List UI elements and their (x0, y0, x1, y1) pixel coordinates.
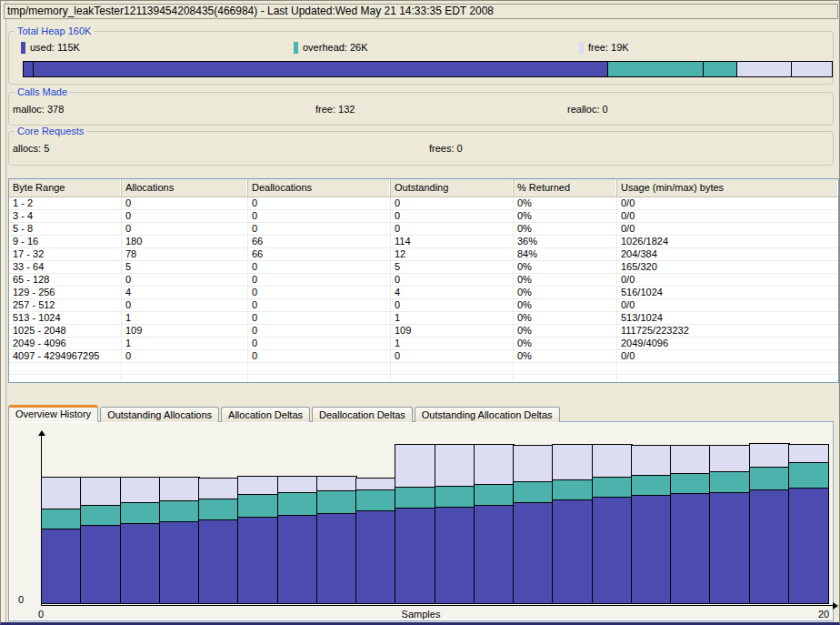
legend-item-free: free: 19K (579, 41, 629, 54)
table-cell: 33 - 64 (9, 261, 122, 273)
column-header-3[interactable]: Outstanding (391, 179, 514, 197)
table-cell: 0 (248, 325, 391, 337)
free-segment (237, 476, 278, 495)
table-cell: 66 (248, 236, 391, 247)
table-cell: 0 (248, 350, 391, 362)
free-segment (80, 477, 121, 506)
sample-bar-14 (552, 444, 593, 604)
column-header-5[interactable]: Usage (min/max) bytes (617, 179, 838, 197)
table-cell (248, 363, 391, 374)
table-cell: 0% (514, 210, 617, 222)
table-row[interactable]: 129 - 2564040%516/1024 (9, 287, 838, 299)
sample-bar-2 (80, 477, 121, 604)
free-segment (355, 478, 396, 490)
legend-item-used: used: 115K (21, 41, 80, 54)
free-segment (277, 476, 318, 493)
overhead-segment (80, 505, 121, 526)
table-cell: 0% (514, 299, 617, 311)
used-segment (355, 510, 396, 604)
table-cell: 0 (248, 197, 391, 209)
sample-bar-7 (277, 476, 318, 604)
used-segment (80, 525, 121, 604)
table-cell: 17 - 32 (9, 248, 122, 260)
free-segment (592, 444, 633, 478)
free-segment (474, 444, 515, 485)
tab-outstanding-allocation-deltas[interactable]: Outstanding Allocation Deltas (415, 407, 560, 422)
table-row[interactable]: 1 - 20000%0/0 (9, 197, 838, 210)
table-cell: 0 (248, 287, 391, 298)
free-color-chip-icon (579, 42, 584, 54)
table-cell: 0 (122, 223, 248, 235)
table-cell: 12 (391, 248, 514, 260)
column-header-4[interactable]: % Returned (514, 179, 617, 197)
sample-bar-18 (709, 445, 750, 604)
heap-segment-used-1 (34, 62, 608, 76)
used-segment (316, 513, 357, 604)
table-row[interactable]: 4097 - 42949672950000%0/0 (9, 350, 838, 363)
overhead-segment (513, 481, 554, 503)
tab-outstanding-allocations[interactable]: Outstanding Allocations (100, 407, 219, 422)
table-cell (9, 363, 122, 374)
overhead-segment (355, 489, 396, 511)
free-segment (198, 478, 239, 499)
table-cell: 0% (514, 261, 617, 273)
table-cell (617, 363, 838, 374)
column-header-0[interactable]: Byte Range (9, 179, 122, 197)
table-cell: 1026/1824 (617, 236, 838, 247)
sample-bar-12 (474, 444, 515, 604)
byte-range-table: Byte RangeAllocationsDeallocationsOutsta… (8, 178, 839, 383)
table-cell: 2049/4096 (617, 338, 838, 349)
free-segment (395, 444, 435, 488)
table-cell: 0% (514, 223, 617, 235)
free-segment (435, 444, 475, 487)
table-cell: 0% (514, 274, 617, 286)
used-segment (159, 521, 200, 604)
tab-deallocation-deltas[interactable]: Deallocation Deltas (312, 407, 413, 422)
table-cell (617, 375, 838, 383)
tab-overview-history[interactable]: Overview History (8, 405, 98, 422)
table-cell: 4 (122, 287, 248, 298)
used-segment (198, 519, 239, 604)
table-row[interactable]: 1025 - 204810901090%111725/223232 (9, 325, 838, 338)
core-requests-stat-1: frees: 0 (429, 143, 463, 154)
stacked-bar-chart (9, 422, 833, 620)
column-header-1[interactable]: Allocations (122, 179, 248, 197)
table-cell: 1 (391, 338, 514, 349)
table-cell: 165/320 (617, 261, 838, 273)
table-cell: 0 (248, 210, 391, 222)
table-row[interactable]: 3 - 40000%0/0 (9, 210, 838, 223)
table-row[interactable]: 257 - 5120000%0/0 (9, 299, 838, 312)
tab-allocation-deltas[interactable]: Allocation Deltas (221, 407, 310, 422)
table-row[interactable]: 2049 - 40961010%2049/4096 (9, 338, 838, 350)
overhead-segment (631, 475, 672, 496)
free-segment (709, 445, 750, 472)
table-cell: 5 - 8 (9, 223, 122, 235)
free-segment (316, 476, 357, 491)
free-segment (120, 477, 161, 503)
table-cell: 109 (122, 325, 248, 337)
used-segment (120, 523, 161, 604)
table-cell: 66 (248, 248, 391, 260)
sample-bar-8 (316, 476, 357, 604)
legend-item-overhead: overhead: 26K (294, 41, 368, 54)
overhead-segment (120, 502, 161, 524)
table-row[interactable]: 9 - 161806611436%1026/1824 (9, 236, 838, 248)
sample-bar-6 (237, 476, 278, 604)
table-row[interactable]: 513 - 10241010%513/1024 (9, 312, 838, 325)
table-cell: 0 (122, 299, 248, 311)
table-row[interactable]: 33 - 645050%165/320 (9, 261, 838, 274)
column-header-2[interactable]: Deallocations (248, 179, 391, 197)
table-row[interactable]: 65 - 1280000%0/0 (9, 274, 838, 287)
table-row[interactable]: 5 - 80000%0/0 (9, 223, 838, 236)
overhead-segment (709, 471, 750, 493)
table-cell: 0/0 (617, 274, 838, 286)
history-tabstrip: Overview HistoryOutstanding AllocationsA… (8, 405, 562, 422)
table-cell: 0 (122, 197, 248, 209)
used-segment (552, 499, 593, 604)
table-row[interactable]: 17 - 3278661284%204/384 (9, 248, 838, 261)
used-segment (749, 489, 790, 604)
table-cell: 0/0 (617, 210, 838, 222)
used-segment (237, 517, 278, 604)
total-heap-group: Total Heap 160K used: 115Koverhead: 26Kf… (8, 31, 834, 85)
table-cell: 78 (122, 248, 248, 260)
